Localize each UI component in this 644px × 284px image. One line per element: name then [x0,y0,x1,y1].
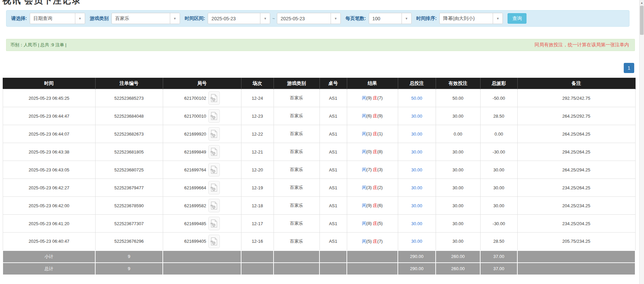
total-bet-link[interactable]: 30.00 [411,167,422,172]
film-file-icon [210,219,217,228]
subtotal-row-empty-cell [274,251,319,263]
page-1-button[interactable]: 1 [624,63,634,73]
player-result-score: (8) [366,221,373,226]
cell-valid-bet: 30.00 [436,107,480,125]
cell-payout: 30.00 [480,179,517,197]
cell-table-no: AS1 [319,89,347,107]
cell-game-type: 百家乐 [274,125,319,143]
video-replay-button[interactable] [208,127,220,141]
video-replay-button[interactable] [208,181,220,194]
banker-result-label: 庄 [373,131,377,136]
table-header-cell: 场次 [241,78,274,89]
cell-session: 12-17 [241,215,274,233]
subtotal-row-count: 9 [95,251,163,263]
video-replay-button[interactable] [208,217,220,230]
time-sort-select[interactable]: 降幂(由大到小) ▼ [439,13,503,24]
time-range-label: 时间区间: [185,16,205,22]
player-result-label: 闲 [362,167,366,172]
subtotal-row-empty-cell [163,251,241,263]
round-id-group: 621700102 [164,91,240,105]
total-bet-link[interactable]: 30.00 [411,185,422,190]
game-type-select[interactable]: 百家乐 ▼ [111,13,180,24]
cell-total-bet: 30.00 [398,161,436,179]
cell-table-no: AS1 [319,107,347,125]
total-bet-link[interactable]: 30.00 [411,149,422,155]
scrollbar-thumb[interactable] [640,6,644,35]
film-file-icon [210,94,217,102]
subtotal-row-empty-cell [517,251,635,263]
table-row: 2025-05-23 06:45:25522523685273621700102… [3,89,635,107]
banker-result-label: 庄 [373,239,377,244]
table-row: 2025-05-23 06:44:07522523682673621699920… [3,125,635,143]
banker-result-label: 庄 [373,221,377,226]
banker-result-score: (2) [377,185,383,190]
table-row: 2025-05-23 06:40:47522523676296621699405… [3,233,635,251]
video-replay-button[interactable] [208,91,220,105]
cell-time: 2025-05-23 06:40:47 [3,233,95,251]
cell-remark: 264.25/294.25 [517,161,635,179]
filter-bar: 请选择: 日期查询 ▼ 游戏类别 百家乐 ▼ 时间区间: 2025-05-23 … [6,10,629,27]
cell-game-type: 百家乐 [274,215,319,233]
banker-result-label: 庄 [373,167,377,172]
round-id-text: 621699920 [184,132,206,137]
cell-session: 12-19 [241,179,274,197]
cell-bet-id: 522523680725 [95,161,163,179]
banker-result-score: (5) [377,221,383,226]
banker-result-score: (7) [377,95,383,100]
video-replay-button[interactable] [208,145,220,159]
same-round-notice: 同局有效投注，统一计算在该局第一张注单内 [535,42,629,48]
player-result-label: 闲 [362,113,366,118]
film-file-icon [210,112,217,120]
cell-result: 闲(7) 庄(3) [347,161,398,179]
cell-table-no: AS1 [319,125,347,143]
query-type-select[interactable]: 日期查询 ▼ [30,13,85,24]
scroll-up-arrow-icon[interactable]: ▲ [640,0,644,5]
time-sort-value: 降幂(由大到小) [440,13,493,24]
range-separator: ~ [272,16,275,21]
cell-session: 12-18 [241,197,274,215]
chevron-down-icon: ▼ [170,13,180,24]
cell-table-no: AS1 [319,179,347,197]
cell-table-no: AS1 [319,143,347,161]
cell-session: 12-16 [241,233,274,251]
vertical-scrollbar[interactable]: ▲ [639,0,644,284]
cell-total-bet: 50.00 [398,89,436,107]
total-bet-link[interactable]: 30.00 [411,114,422,119]
table-header-cell: 结果 [347,78,398,89]
table-header-cell: 总派彩 [480,78,517,89]
cell-round-id: 621699582 [163,197,241,215]
total-bet-link[interactable]: 30.00 [411,221,422,226]
cell-time: 2025-05-23 06:43:05 [3,161,95,179]
search-button[interactable]: 查询 [508,13,526,24]
banker-result-label: 庄 [373,149,377,154]
cell-game-type: 百家乐 [274,107,319,125]
total-bet-link[interactable]: 30.00 [411,203,422,208]
video-replay-button[interactable] [208,109,220,123]
cell-time: 2025-05-23 06:45:25 [3,89,95,107]
table-header-cell: 桌号 [319,78,347,89]
total-bet-link[interactable]: 30.00 [411,132,422,137]
round-id-text: 621700102 [184,96,206,101]
video-replay-button[interactable] [208,235,220,248]
page-size-select[interactable]: 100 ▼ [369,13,412,24]
date-from-picker[interactable]: 2025-05-23 ▼ [208,13,270,24]
cell-round-id: 621699849 [163,143,241,161]
cell-bet-id: 522523677307 [95,215,163,233]
player-result-score: (9) [366,203,373,208]
round-id-text: 621699764 [184,167,206,172]
cell-remark: 205.75/234.25 [517,233,635,251]
cell-result: 闲(3) 庄(2) [347,179,398,197]
cell-table-no: AS1 [319,197,347,215]
video-replay-button[interactable] [208,163,220,176]
cell-time: 2025-05-23 06:41:20 [3,215,95,233]
total-row-total-bet: 290.00 [398,263,436,275]
cell-payout: -30.00 [480,143,517,161]
chevron-down-icon: ▼ [402,13,411,24]
total-bet-link[interactable]: 30.00 [411,239,422,244]
player-result-label: 闲 [362,131,366,136]
total-bet-link[interactable]: 50.00 [411,96,422,101]
video-replay-button[interactable] [208,199,220,212]
player-result-score: (6) [366,113,373,118]
table-row: 2025-05-23 06:43:05522523680725621699764… [3,161,635,179]
date-to-picker[interactable]: 2025-05-23 ▼ [277,13,341,24]
